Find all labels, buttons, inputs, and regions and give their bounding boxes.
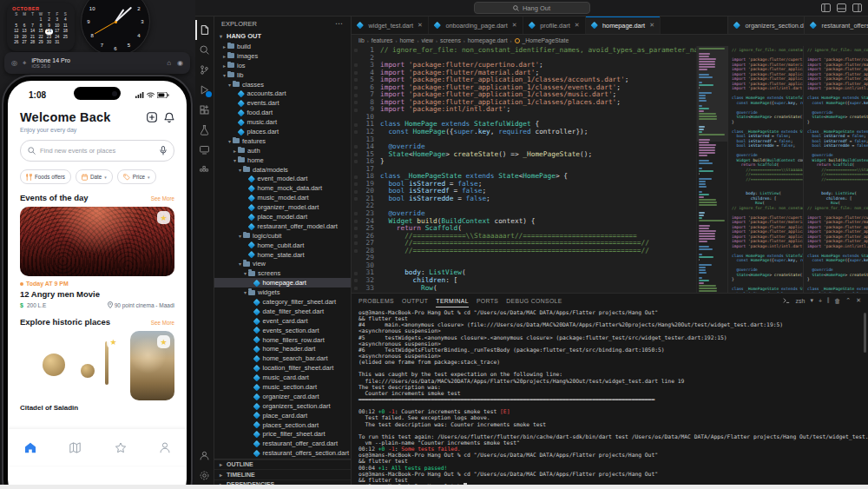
panel-tab-output[interactable]: OUTPUT — [402, 294, 428, 307]
editor-tab-onboarding_page.dart[interactable]: onboarding_page.dart✕ — [429, 17, 523, 34]
tree-file-music_card.dart[interactable]: music_card.dart — [214, 373, 351, 382]
tree-file-date_filter_sheet.dart[interactable]: date_filter_sheet.dart — [214, 307, 351, 316]
favorites-tab-icon[interactable] — [115, 442, 127, 453]
panel-tab-ports[interactable]: PORTS — [477, 294, 498, 307]
kill-terminal-icon[interactable]: 🗑 — [834, 298, 840, 304]
tree-file-events_section.dart[interactable]: events_section.dart — [214, 326, 351, 335]
place-card[interactable]: ★ — [20, 331, 124, 400]
close-icon[interactable]: ✕ — [512, 22, 517, 29]
split-terminal-icon[interactable]: ⫿ — [827, 297, 829, 304]
editor-tab-widget_test.dart[interactable]: widget_test.dart✕ — [352, 17, 429, 34]
remote-explorer-activity-icon[interactable] — [195, 140, 214, 160]
favorite-star-badge[interactable]: ★ — [157, 211, 170, 224]
run-debug-activity-icon[interactable] — [195, 80, 214, 100]
project-root-row[interactable]: ▾ HANG OUT — [214, 30, 351, 42]
extensions-activity-icon[interactable] — [195, 100, 214, 120]
record-icon[interactable]: ◎ — [11, 60, 17, 67]
favorite-star-badge[interactable]: ★ — [107, 335, 120, 348]
editor-tab-restaurant_offers_section.dart[interactable]: restaurant_offers_section.dart✕ — [805, 17, 868, 34]
breadcrumb-item[interactable]: _HomePageState — [523, 37, 569, 43]
map-tab-icon[interactable] — [69, 442, 81, 453]
maximize-panel-icon[interactable]: ⌃ — [845, 297, 851, 304]
tree-file-home_search_bar.dart[interactable]: home_search_bar.dart — [214, 354, 351, 363]
tree-file-place_card.dart[interactable]: place_card.dart — [214, 411, 351, 420]
toggle-panel-icon[interactable] — [837, 3, 846, 12]
tree-folder-screens[interactable]: ▾screens — [214, 268, 351, 278]
tree-file-event_model.dart[interactable]: event_model.dart — [214, 174, 351, 183]
add-icon[interactable] — [147, 112, 157, 122]
screenshot-icon[interactable]: ◉ — [177, 60, 183, 67]
editor-tab-homepage.dart[interactable]: homepage.dart✕ — [586, 17, 661, 34]
tree-folder-classes[interactable]: ▾classes — [214, 80, 351, 89]
editor-group-3-preview[interactable]: // ignore_for_file: non_constant_identif… — [803, 46, 868, 293]
tree-file-restaurant_offer_card.dart[interactable]: restaurant_offer_card.dart — [214, 439, 351, 448]
shell-dropdown-icon[interactable]: ▾ — [810, 297, 813, 304]
breadcrumb-item[interactable]: screens — [440, 37, 461, 43]
tree-file-events.dart[interactable]: events.dart — [214, 98, 351, 108]
clock-widget[interactable]: 121234567891011 — [81, 0, 148, 55]
tree-folder-home[interactable]: ▾home — [214, 155, 351, 165]
tree-file-restaurant_offers_section.dart[interactable]: restaurant_offers_section.dart — [214, 448, 351, 458]
toggle-sidebar-icon[interactable] — [821, 3, 831, 12]
event-card-image[interactable]: ★ — [20, 207, 174, 276]
terminal-scrollbar[interactable] — [864, 313, 866, 353]
new-terminal-icon[interactable]: + — [819, 298, 822, 304]
panel-tab-debug-console[interactable]: DEBUG CONSOLE — [506, 294, 562, 307]
bell-icon[interactable] — [164, 112, 174, 123]
editor-tab-organizers_section.dart[interactable]: organizers_section.dart✕ — [728, 17, 804, 34]
places-see-more-link[interactable]: See More — [151, 320, 174, 326]
tree-file-price_filter_sheet.dart[interactable]: price_filter_sheet.dart — [214, 430, 351, 439]
tree-file-places_section.dart[interactable]: places_section.dart — [214, 420, 351, 430]
tree-folder-view[interactable]: ▾view — [214, 259, 351, 268]
close-panel-icon[interactable]: ✕ — [856, 297, 861, 304]
close-icon[interactable]: ✕ — [418, 22, 423, 29]
tree-folder-data/models[interactable]: ▾data/models — [214, 165, 351, 175]
tree-file-home_fillers_row.dart[interactable]: home_fillers_row.dart — [214, 335, 351, 345]
breadcrumb-item[interactable]: features — [372, 37, 393, 43]
tree-file-homepage.dart[interactable]: homepage.dart — [214, 278, 351, 287]
testing-activity-icon[interactable] — [195, 120, 214, 140]
settings-gear-icon[interactable] — [195, 466, 214, 486]
tree-file-food.dart[interactable]: food.dart — [214, 108, 351, 117]
tree-file-music_section.dart[interactable]: music_section.dart — [214, 382, 351, 392]
tree-file-organizer_card.dart[interactable]: organizer_card.dart — [214, 392, 351, 401]
breadcrumb-item[interactable]: homepage.dart — [468, 37, 508, 43]
tree-file-place_model.dart[interactable]: place_model.dart — [214, 212, 351, 221]
tree-folder-auth[interactable]: ▸auth — [214, 146, 351, 155]
sidebar-section-outline[interactable]: ▸OUTLINE — [214, 459, 351, 470]
favorite-star-badge[interactable]: ★ — [157, 335, 170, 348]
tree-file-organizers_section.dart[interactable]: organizers_section.dart — [214, 401, 351, 411]
search-input[interactable]: Find new events or places — [20, 140, 174, 162]
tree-file-places.dart[interactable]: places.dart — [214, 127, 351, 136]
tree-file-location_filter_sheet.dart[interactable]: location_filter_sheet.dart — [214, 363, 351, 373]
source-control-activity-icon[interactable] — [195, 60, 214, 80]
tree-file-organizer_model.dart[interactable]: organizer_model.dart — [214, 202, 351, 212]
tree-file-home_cubit.dart[interactable]: home_cubit.dart — [214, 241, 351, 250]
breadcrumb-item[interactable]: view — [421, 37, 433, 43]
breadcrumb[interactable]: lib›features›home›view›screens›homepage.… — [352, 35, 868, 46]
code-editor[interactable]: 1// ignore_for_file: non_constant_identi… — [352, 46, 727, 293]
tree-folder-features[interactable]: ▾features — [214, 136, 351, 146]
editor-tab-profile.dart[interactable]: profile.dart✕ — [523, 17, 586, 34]
filter-chip-price[interactable]: Price ▾ — [117, 169, 156, 184]
terminal-output[interactable]: os@3mans-MacBook-Pro Hang Out % cd "/Use… — [352, 307, 868, 489]
docker-activity-icon[interactable] — [195, 160, 214, 180]
tree-folder-widgets[interactable]: ▾widgets — [214, 287, 351, 297]
breadcrumb-item[interactable]: home — [399, 37, 414, 43]
filter-chip-foods[interactable]: Foods offers — [20, 169, 71, 184]
minimap[interactable] — [696, 46, 727, 293]
command-center[interactable]: Hang Out — [474, 2, 590, 14]
editor-group-2-preview[interactable]: // ignore_for_file: non_constant_identif… — [727, 46, 803, 293]
tree-folder-ios[interactable]: ▸ios — [214, 61, 351, 70]
calendar-widget[interactable]: OCTOBER SMTWTFS1234567891011121314151617… — [7, 3, 75, 51]
tree-folder-build[interactable]: ▸build — [214, 42, 351, 51]
customize-layout-icon[interactable] — [852, 3, 862, 12]
home-button-icon[interactable]: ⌂ — [167, 60, 171, 67]
profile-tab-icon[interactable] — [160, 442, 170, 453]
tree-file-event_card.dart[interactable]: event_card.dart — [214, 316, 351, 326]
panel-tab-problems[interactable]: PROBLEMS — [358, 294, 394, 307]
tree-file-category_filter_sheet.dart[interactable]: category_filter_sheet.dart — [214, 297, 351, 307]
explorer-activity-icon[interactable] — [195, 20, 214, 40]
sidebar-section-timeline[interactable]: ▸TIMELINE — [214, 469, 351, 479]
close-icon[interactable]: ✕ — [575, 22, 580, 29]
